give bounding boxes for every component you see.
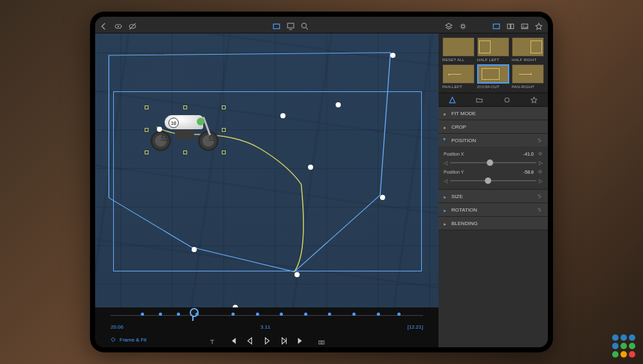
green-dot-icon xyxy=(197,118,204,125)
screen-tool-icon[interactable] xyxy=(287,21,294,29)
camera-tool-icon[interactable] xyxy=(318,336,325,343)
panel-library-icon[interactable] xyxy=(521,21,529,29)
selection-handle[interactable] xyxy=(183,150,187,154)
section-crop[interactable]: ▸CROP xyxy=(439,120,548,133)
eye-off-icon[interactable] xyxy=(129,21,136,29)
selection-handle[interactable] xyxy=(222,105,226,109)
svg-point-7 xyxy=(302,23,306,28)
step-back-icon[interactable] xyxy=(246,336,254,343)
transport-bar: Frame & Fit xyxy=(95,332,439,347)
preset-half-right[interactable] xyxy=(512,37,544,57)
selection-handle[interactable] xyxy=(145,105,149,109)
pos-y-value[interactable]: -58.8 xyxy=(523,170,534,174)
keyframe-icon[interactable] xyxy=(538,169,543,174)
keyframe-point[interactable] xyxy=(294,272,300,277)
time-start: 20.06 xyxy=(111,324,123,330)
preset-pan-left[interactable] xyxy=(442,64,475,84)
back-icon[interactable] xyxy=(100,21,108,29)
svg-rect-16 xyxy=(319,341,324,344)
app-logo-icon xyxy=(612,334,635,358)
keyframe-point[interactable] xyxy=(157,127,162,132)
section-size[interactable]: ▸SIZE xyxy=(439,190,548,203)
svg-point-1 xyxy=(118,25,119,26)
keyframe-point[interactable] xyxy=(390,53,395,58)
keyframe-point[interactable] xyxy=(336,102,341,107)
race-number: 10 xyxy=(168,118,179,128)
timeline-keyframe[interactable] xyxy=(231,313,235,316)
svg-rect-10 xyxy=(493,24,500,28)
svg-rect-4 xyxy=(273,24,280,28)
frame-tool-icon[interactable] xyxy=(273,21,280,29)
engine-icon xyxy=(175,129,194,140)
tab-star-icon[interactable] xyxy=(530,96,538,104)
inspector-panel: RESET ALL HALF LEFT HALF RIGHT PAN-LEFT … xyxy=(439,33,548,347)
tab-warning-icon[interactable] xyxy=(449,96,456,104)
tablet-frame: 10 20.06 3.11 xyxy=(90,12,553,352)
layers-icon[interactable] xyxy=(445,21,453,29)
playhead[interactable] xyxy=(192,309,194,321)
preset-half-left[interactable] xyxy=(477,37,509,57)
link-icon[interactable] xyxy=(536,193,543,199)
keyframe-icon[interactable] xyxy=(538,151,543,156)
link-icon[interactable] xyxy=(536,137,543,143)
position-body: Position X-41.0 ◁▷ Position Y-58.8 ◁▷ xyxy=(439,147,548,189)
svg-point-14 xyxy=(523,25,524,26)
selection-handle[interactable] xyxy=(183,105,187,109)
play-icon[interactable] xyxy=(263,336,271,343)
frame-fit-caption[interactable]: Frame & Fit xyxy=(120,337,147,343)
timeline-keyframe[interactable] xyxy=(141,313,144,316)
zoom-tool-icon[interactable] xyxy=(301,21,309,29)
eye-on-icon[interactable] xyxy=(114,21,122,29)
section-position[interactable]: ▸POSITION xyxy=(439,134,548,147)
keyframe-point[interactable] xyxy=(280,113,285,118)
section-fit-mode[interactable]: ▸FIT MODE xyxy=(439,107,548,120)
jump-start-icon[interactable] xyxy=(230,336,237,343)
timeline-keyframe[interactable] xyxy=(195,313,199,316)
time-readout: 20.06 3.11 [12.21] xyxy=(95,322,439,332)
preset-reset-all[interactable] xyxy=(442,37,475,57)
pos-x-label: Position X xyxy=(444,152,464,156)
link-icon[interactable] xyxy=(536,206,543,213)
main-area: 10 20.06 3.11 xyxy=(95,33,548,347)
text-tool-icon[interactable] xyxy=(209,336,215,343)
preset-zoom-out[interactable] xyxy=(477,64,509,84)
panel-frame-icon[interactable] xyxy=(493,21,500,29)
favorite-star-icon[interactable] xyxy=(535,21,543,29)
panel-grid-icon[interactable] xyxy=(507,21,514,29)
selection-handle[interactable] xyxy=(222,128,226,132)
timeline[interactable] xyxy=(95,307,439,322)
pos-x-value[interactable]: -41.0 xyxy=(523,152,534,156)
section-blending[interactable]: ▸BLENDING xyxy=(439,217,548,230)
app-screen: 10 20.06 3.11 xyxy=(95,17,548,347)
pos-x-slider[interactable]: ◁▷ xyxy=(444,158,543,167)
time-current: 3.11 xyxy=(260,324,271,330)
canvas-area: 10 20.06 3.11 xyxy=(95,33,439,347)
tab-record-icon[interactable] xyxy=(503,96,511,104)
svg-rect-12 xyxy=(511,24,514,28)
gear-icon[interactable] xyxy=(459,21,467,29)
timeline-keyframe[interactable] xyxy=(377,313,380,316)
preset-pan-right[interactable] xyxy=(512,64,544,84)
viewer-canvas[interactable]: 10 xyxy=(95,33,439,307)
jump-end-icon[interactable] xyxy=(296,336,304,343)
preset-grid: RESET ALL HALF LEFT HALF RIGHT PAN-LEFT … xyxy=(439,33,548,93)
time-end: [12.21] xyxy=(408,324,423,330)
selection-handle[interactable] xyxy=(145,128,149,132)
svg-rect-11 xyxy=(507,24,510,28)
section-rotation[interactable]: ▸ROTATION xyxy=(439,203,548,216)
keyframe-point[interactable] xyxy=(192,247,197,252)
tab-folder-icon[interactable] xyxy=(476,96,483,104)
svg-point-9 xyxy=(462,24,465,28)
keyframe-diamond-icon[interactable] xyxy=(111,337,116,342)
timeline-keyframe[interactable] xyxy=(304,313,307,316)
svg-point-17 xyxy=(321,341,323,343)
svg-rect-5 xyxy=(287,23,294,28)
timeline-keyframe[interactable] xyxy=(352,313,356,316)
selection-handle[interactable] xyxy=(222,150,226,154)
top-toolbar xyxy=(95,17,548,33)
pos-y-slider[interactable]: ◁▷ xyxy=(444,176,543,185)
step-forward-icon[interactable] xyxy=(280,336,287,343)
timeline-keyframe[interactable] xyxy=(256,313,259,316)
wheel-rear-icon xyxy=(150,131,171,151)
selection-handle[interactable] xyxy=(145,150,149,154)
